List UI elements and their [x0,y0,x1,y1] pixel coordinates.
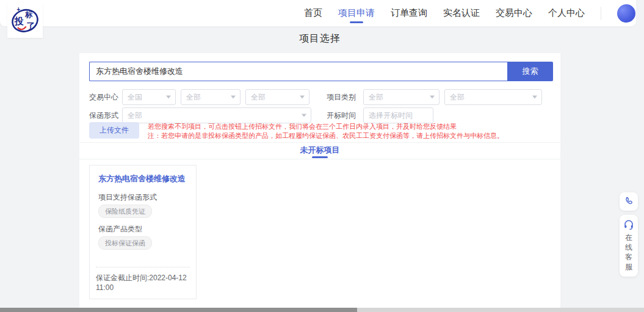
svg-text:了: 了 [27,21,35,31]
project-category-select-1[interactable]: 全部 [363,89,440,105]
nav-item-project-apply[interactable]: 项目申请 [338,7,375,19]
nav-item-trade-center[interactable]: 交易中心 [496,7,532,19]
chevron-down-icon [166,96,171,99]
support-form-tag: 保险纸质凭证 [98,205,152,218]
upload-notice-line2: 注：若您申请的是非投标保函类型的产品，如工程履约保证保函、农民工工资支付保函等，… [148,131,504,140]
trade-center-select-province[interactable]: 全部 [181,89,241,105]
product-type-label: 保函产品类型 [98,224,142,234]
bid-open-time-input[interactable] [363,107,433,123]
support-form-label: 项目支持保函形式 [98,192,157,203]
nav-item-personal-center[interactable]: 个人中心 [548,7,585,19]
trade-center-select-country[interactable]: 全国 [122,89,176,105]
page-title: 项目选择 [79,32,560,45]
trade-center-label: 交易中心 [89,92,122,103]
nav-item-home[interactable]: 首页 [304,7,322,19]
search-input[interactable] [89,62,507,81]
guarantee-form-select[interactable]: 全部 [122,107,311,123]
tab-bottom-divider [79,159,560,159]
tab-strip-divider [79,142,560,143]
tab-unopened-projects[interactable]: 未开标项目 [79,145,560,156]
project-card-title[interactable]: 东方热电宿舍楼维修改造 [98,174,190,184]
guarantee-form-label: 保函形式 [89,111,122,121]
logo[interactable]: 投 标 了 + [7,2,43,38]
nav-item-real-name-auth[interactable]: 实名认证 [443,7,480,19]
online-service-label: 在线客服 [624,233,633,272]
filter-row-2: 保函形式 全部 开标时间 [89,107,433,123]
chevron-down-icon [302,114,306,117]
page: 投 标 了 + 首页 项目申请 订单查询 实名认证 交易中心 个人中心 项目选择… [0,0,644,312]
project-category-select-2[interactable]: 全部 [444,89,542,105]
headset-icon [623,219,634,230]
select-value: 全部 [128,111,142,121]
phone-contact-button[interactable] [620,192,638,211]
chevron-down-icon [231,96,236,99]
upload-notice-line1: 若您搜索不到项目，可点击按钮上传招标文件，我们将会在三个工作日内录入项目，并及时… [148,122,504,131]
select-value: 全国 [128,92,142,103]
nav-divider [601,7,601,20]
select-value: 全部 [186,92,201,103]
main-nav: 首页 项目申请 订单查询 实名认证 交易中心 个人中心 [304,0,635,26]
phone-icon [624,197,634,206]
upload-file-button[interactable]: 上传文件 [89,122,139,139]
chevron-down-icon [532,96,537,99]
upload-notice: 若您搜索不到项目，可点击按钮上传招标文件，我们将会在三个工作日内录入项目，并及时… [148,122,504,140]
select-value: 全部 [369,92,383,103]
avatar[interactable] [617,4,635,23]
chevron-down-icon [430,96,435,99]
select-value: 全部 [251,92,266,103]
bid-open-time-label: 开标时间 [327,111,358,121]
search-bar: 搜索 [89,62,553,81]
horizontal-scrollbar [0,308,644,312]
filter-row-1: 交易中心 全国 全部 全部 项目类别 全部 全部 [89,89,542,105]
upload-row: 上传文件 若您搜索不到项目，可点击按钮上传招标文件，我们将会在三个工作日内录入项… [89,122,504,140]
online-service-button[interactable]: 在线客服 [620,215,638,277]
select-value: 全部 [450,92,465,103]
horizontal-scrollbar-thumb[interactable] [0,308,357,312]
svg-text:标: 标 [24,10,33,19]
logo-icon: 投 标 了 + [9,4,41,36]
project-card[interactable]: 东方热电宿舍楼维修改造 项目支持保函形式 保险纸质凭证 保函产品类型 投标保证保… [89,165,197,299]
card-dotted-divider [96,267,190,267]
product-type-tag: 投标保证保函 [98,236,152,250]
svg-text:投: 投 [14,16,24,26]
project-category-label: 项目类别 [327,92,358,103]
content-panel: 搜索 交易中心 全国 全部 全部 项目类别 全部 全部 [79,53,560,308]
trade-center-select-city[interactable]: 全部 [245,89,309,105]
nav-item-order-query[interactable]: 订单查询 [391,7,427,19]
search-button[interactable]: 搜索 [507,62,553,81]
chevron-down-icon [300,96,305,99]
svg-text:+: + [16,6,20,13]
deposit-deadline: 保证金截止时间:2022-04-12 11:00 [96,273,196,292]
tab-active-underline [312,156,328,158]
